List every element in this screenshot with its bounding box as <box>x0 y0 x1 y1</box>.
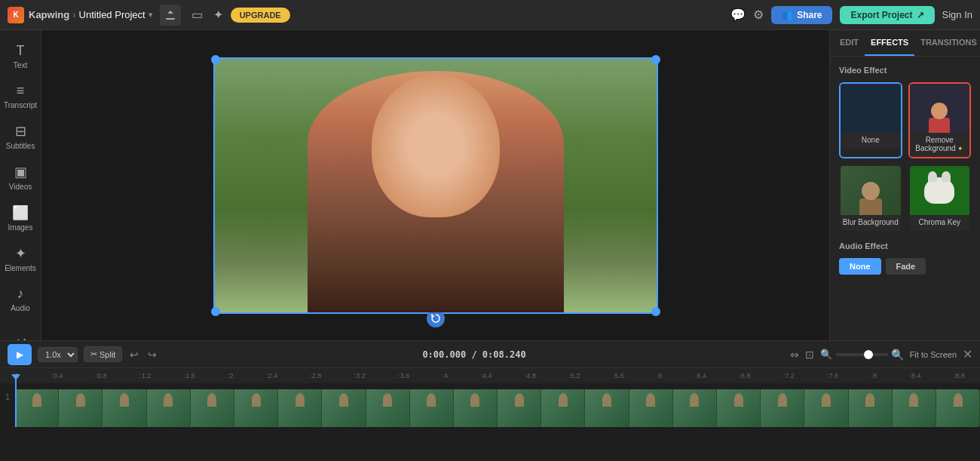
sidebar-item-subtitles[interactable]: ⊟ Subtitles <box>2 118 39 155</box>
tab-edit[interactable]: EDIT <box>834 30 865 56</box>
effect-remove-bg-thumb <box>910 84 970 133</box>
timeline-right-icons: ⇔ ⊡ 🔍 🔍 Fit to Screen ✕ <box>790 347 972 361</box>
project-title[interactable]: Untitled Project <box>79 9 145 20</box>
zoom-slider[interactable] <box>835 353 888 356</box>
frame-thumb <box>103 389 146 427</box>
elements-icon: ✦ <box>15 245 26 262</box>
sidebar-item-elements[interactable]: ✦ Elements <box>2 240 39 278</box>
sidebar-item-subtitles-label: Subtitles <box>6 142 35 150</box>
text-icon: T <box>17 43 25 59</box>
fit-screen-button[interactable]: Fit to Screen <box>910 350 957 359</box>
project-title-chevron[interactable]: ▾ <box>149 11 152 19</box>
frame-thumb <box>278 389 322 427</box>
timeline-controls: ▶ 1.0x 0.5x 1.5x 2.0x ✂ Split ↩ ↪ 0:00.0… <box>0 341 980 368</box>
split-button[interactable]: ✂ Split <box>84 346 122 362</box>
undo-icon: ↩ <box>15 333 26 340</box>
split-label: Split <box>100 350 115 359</box>
screen-icon[interactable]: ▭ <box>191 8 203 22</box>
sidebar: T Text ≡ Transcript ⊟ Subtitles ▣ Videos… <box>0 30 41 340</box>
ruler-mark: :2.8 <box>310 372 321 380</box>
track-label: 1 <box>0 389 15 401</box>
settings-icon[interactable]: ⚙ <box>753 8 764 22</box>
timeline-ruler: 0:0.4:0.8:1.2:1.6:2:2.4:2.8:3.2:3.6:4:4.… <box>0 368 980 383</box>
effect-none-thumb <box>841 84 901 133</box>
video-track[interactable] <box>15 389 980 427</box>
topbar: K Kapwing › Untitled Project ▾ ▭ ✦ UPGRA… <box>0 0 980 30</box>
logo-area: K Kapwing › Untitled Project ▾ <box>8 7 152 23</box>
frame-thumb <box>541 389 585 427</box>
ruler-mark: :3.6 <box>398 372 409 380</box>
ruler-mark: :5.2 <box>568 372 580 380</box>
comment-icon[interactable]: 💬 <box>730 8 746 22</box>
frame-thumb <box>59 389 103 427</box>
svg-rect-0 <box>166 18 175 20</box>
frame-thumb <box>191 389 234 427</box>
export-label: Export Project <box>850 10 912 20</box>
effect-none[interactable]: None <box>839 82 902 158</box>
play-button[interactable]: ▶ <box>8 344 32 365</box>
sidebar-item-transcript[interactable]: ≡ Transcript <box>2 78 39 115</box>
handle-top-left[interactable] <box>211 55 220 64</box>
upload-button[interactable] <box>160 5 181 26</box>
frame-thumb <box>717 389 761 427</box>
app-logo: K <box>8 7 24 23</box>
handle-bottom-left[interactable] <box>211 307 220 316</box>
fit-icon[interactable]: ⊡ <box>805 349 814 361</box>
effect-chroma-key[interactable]: Chroma Key <box>908 164 972 232</box>
brightness-icon[interactable]: ✦ <box>213 8 223 22</box>
audio-effect-title: Audio Effect <box>839 241 971 250</box>
speed-selector[interactable]: 1.0x 0.5x 1.5x 2.0x <box>38 347 78 362</box>
remove-bg-head <box>931 103 948 119</box>
signin-button[interactable]: Sign In <box>942 9 972 20</box>
undo-button[interactable]: ↩ <box>128 347 140 362</box>
handle-bottom-right[interactable] <box>651 307 660 316</box>
undo-sidebar-button[interactable]: ↩ <box>2 328 39 340</box>
sidebar-item-audio[interactable]: ♪ Audio <box>2 281 39 318</box>
export-icon: ↗ <box>917 10 924 20</box>
effect-remove-bg[interactable]: Remove Background ✦ <box>908 82 972 158</box>
ruler-marks: 0:0.4:0.8:1.2:1.6:2:2.4:2.8:3.2:3.6:4:4.… <box>15 372 965 380</box>
video-canvas[interactable]: • • • <box>213 57 658 314</box>
sidebar-item-videos[interactable]: ▣ Videos <box>2 158 39 196</box>
effect-blur-bg-thumb <box>841 166 901 215</box>
zoom-slider-wrap: 🔍 🔍 <box>820 349 904 361</box>
ruler-mark: :7.2 <box>783 372 795 380</box>
tab-effects[interactable]: EFFECTS <box>865 30 914 56</box>
audio-effect-section: Audio Effect None Fade <box>830 241 980 284</box>
effect-remove-bg-label: Remove Background ✦ <box>910 133 970 157</box>
scissors-icon: ✂ <box>90 349 97 359</box>
share-button[interactable]: 👥 Share <box>771 6 832 24</box>
sidebar-item-text[interactable]: T Text <box>2 38 39 75</box>
audio-fade-button[interactable]: Fade <box>886 258 926 275</box>
ruler-mark: :8.8 <box>954 372 965 380</box>
right-panel: EDIT EFFECTS TRANSITIONS TIMING Video Ef… <box>829 30 980 340</box>
export-button[interactable]: Export Project ↗ <box>840 6 934 24</box>
handle-top-right[interactable] <box>651 55 660 64</box>
ruler-mark: :8 <box>871 372 877 380</box>
total-time: 0:08.240 <box>482 349 526 360</box>
time-sep: / <box>471 349 482 360</box>
images-icon: ⬜ <box>12 204 29 221</box>
frame-thumb <box>629 389 673 427</box>
frame-thumb <box>454 389 498 427</box>
link-icon[interactable]: ⇔ <box>790 349 799 361</box>
redo-button[interactable]: ↪ <box>146 347 158 362</box>
sparkle-icon: ✦ <box>956 145 964 152</box>
timeline-track-area: 1 <box>0 383 980 461</box>
ruler-mark: :1.2 <box>139 372 151 380</box>
breadcrumb: Kapwing › Untitled Project ▾ <box>29 9 152 20</box>
zoom-thumb[interactable] <box>864 350 873 359</box>
tab-transitions[interactable]: TRANSITIONS <box>914 30 980 56</box>
frame-thumb <box>366 389 410 427</box>
playhead[interactable] <box>15 374 17 427</box>
close-timeline-button[interactable]: ✕ <box>963 347 972 361</box>
sidebar-item-images[interactable]: ⬜ Images <box>2 199 39 237</box>
audio-none-button[interactable]: None <box>839 258 881 275</box>
upgrade-button[interactable]: UPGRADE <box>231 8 290 23</box>
ruler-mark: :6.8 <box>739 372 750 380</box>
canvas-area: • • • <box>41 30 829 340</box>
sidebar-item-transcript-label: Transcript <box>4 101 37 109</box>
topbar-left-icons: ▭ ✦ <box>160 5 223 26</box>
zoom-icon-large: 🔍 <box>891 349 904 361</box>
effect-blur-bg[interactable]: Blur Background <box>839 164 902 232</box>
